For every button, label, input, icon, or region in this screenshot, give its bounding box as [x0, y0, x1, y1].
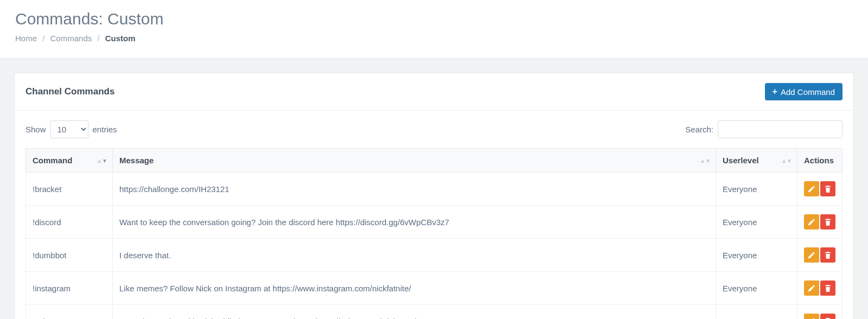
breadcrumb-current: Custom [105, 34, 136, 43]
col-header-message-label: Message [119, 156, 154, 165]
table-row: !brackethttps://challonge.com/IH23121Eve… [26, 173, 843, 206]
table-row: !dumbbotI deserve that.Everyone [26, 239, 843, 272]
length-post-label: entries [93, 125, 117, 134]
delete-button[interactable] [820, 247, 835, 263]
col-header-command-label: Command [33, 156, 72, 165]
cell-actions [797, 206, 843, 239]
sort-icon: ▲▼ [97, 157, 107, 163]
cell-userlevel: Everyone [716, 206, 797, 239]
cell-message: https://challonge.com/IH23121 [113, 173, 716, 206]
table-row: !instagramLike memes? Follow Nick on Ins… [26, 272, 843, 305]
cell-command: !dumbbot [26, 239, 113, 272]
cell-message: On Twitter? Chat with Nick while he's no… [113, 305, 716, 320]
panel-title: Channel Commands [25, 86, 114, 97]
cell-message: Want to keep the conversation going? Joi… [113, 206, 716, 239]
cell-command: !twitter [26, 305, 113, 320]
cell-command: !bracket [26, 173, 113, 206]
table-row: !twitterOn Twitter? Chat with Nick while… [26, 305, 843, 320]
trash-icon [824, 284, 832, 292]
cell-message: Like memes? Follow Nick on Instagram at … [113, 272, 716, 305]
edit-button[interactable] [804, 314, 819, 319]
table-row: !discordWant to keep the conversation go… [26, 206, 843, 239]
breadcrumb-home[interactable]: Home [15, 34, 37, 43]
breadcrumb-commands[interactable]: Commands [50, 34, 92, 43]
cell-actions [797, 305, 843, 320]
cell-actions [797, 272, 843, 305]
cell-message: I deserve that. [113, 239, 716, 272]
cell-command: !instagram [26, 272, 113, 305]
table-length-control: Show 10 entries [25, 120, 117, 138]
trash-icon [824, 251, 832, 259]
col-header-userlevel[interactable]: Userlevel ▲▼ [716, 149, 797, 173]
cell-actions [797, 173, 843, 206]
trash-icon [824, 218, 832, 226]
page-title: Commands: Custom [15, 10, 853, 28]
plus-icon: + [773, 87, 777, 96]
edit-button[interactable] [804, 247, 819, 263]
search-input[interactable] [718, 120, 843, 138]
delete-button[interactable] [820, 214, 835, 229]
trash-icon [824, 185, 832, 193]
page-length-select[interactable]: 10 [50, 120, 88, 138]
delete-button[interactable] [820, 280, 835, 296]
length-pre-label: Show [25, 125, 46, 134]
col-header-userlevel-label: Userlevel [723, 156, 759, 165]
edit-button[interactable] [804, 214, 819, 229]
add-command-label: Add Command [781, 88, 835, 96]
edit-icon [808, 185, 815, 193]
cell-userlevel: Everyone [716, 239, 797, 272]
edit-icon [808, 218, 815, 226]
col-header-actions-label: Actions [804, 156, 834, 165]
delete-button[interactable] [820, 314, 835, 319]
edit-button[interactable] [804, 280, 819, 296]
delete-button[interactable] [820, 181, 835, 196]
sort-icon: ▲▼ [700, 157, 710, 163]
breadcrumb-separator: / [97, 34, 99, 43]
cell-userlevel: Everyone [716, 305, 797, 320]
cell-userlevel: Everyone [716, 173, 797, 206]
sort-icon: ▲▼ [781, 157, 792, 163]
breadcrumb-separator: / [42, 34, 44, 43]
add-command-button[interactable]: + Add Command [765, 83, 843, 100]
col-header-command[interactable]: Command ▲▼ [26, 149, 113, 173]
cell-command: !discord [26, 206, 113, 239]
col-header-actions: Actions [797, 149, 843, 173]
edit-icon [808, 251, 815, 259]
breadcrumb: Home / Commands / Custom [15, 34, 853, 43]
commands-table: Command ▲▼ Message ▲▼ Userlevel ▲▼ Actio… [25, 148, 843, 319]
cell-userlevel: Everyone [716, 272, 797, 305]
table-search-control: Search: [685, 120, 843, 138]
col-header-message[interactable]: Message ▲▼ [113, 149, 716, 173]
search-label: Search: [685, 125, 713, 134]
commands-panel: Channel Commands + Add Command Show 10 e… [14, 73, 854, 319]
cell-actions [797, 239, 843, 272]
edit-button[interactable] [804, 181, 819, 196]
edit-icon [808, 284, 815, 292]
